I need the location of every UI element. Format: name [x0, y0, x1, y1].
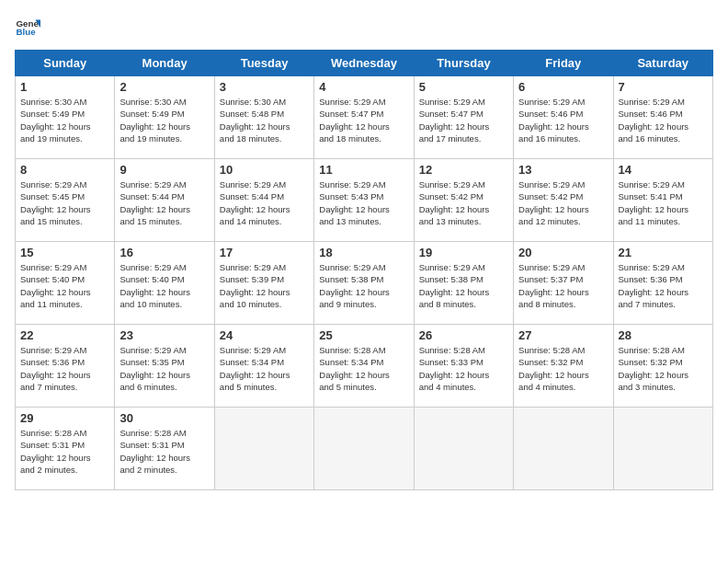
calendar-day-28: 28Sunrise: 5:28 AM Sunset: 5:32 PM Dayli… — [613, 325, 712, 408]
day-detail: Sunrise: 5:29 AM Sunset: 5:37 PM Dayligh… — [518, 261, 608, 310]
calendar-day-1: 1Sunrise: 5:30 AM Sunset: 5:49 PM Daylig… — [16, 76, 115, 159]
calendar-day-27: 27Sunrise: 5:28 AM Sunset: 5:32 PM Dayli… — [514, 325, 613, 408]
day-detail: Sunrise: 5:29 AM Sunset: 5:43 PM Dayligh… — [319, 178, 408, 227]
calendar-day-23: 23Sunrise: 5:29 AM Sunset: 5:35 PM Dayli… — [115, 325, 214, 408]
day-number: 9 — [119, 163, 209, 177]
day-number: 30 — [119, 411, 209, 425]
day-detail: Sunrise: 5:29 AM Sunset: 5:46 PM Dayligh… — [619, 96, 708, 144]
day-number: 20 — [518, 246, 608, 259]
day-number: 16 — [119, 246, 209, 259]
day-number: 5 — [419, 80, 508, 94]
calendar-day-10: 10Sunrise: 5:29 AM Sunset: 5:44 PM Dayli… — [214, 159, 313, 242]
day-number: 12 — [419, 163, 508, 177]
day-number: 27 — [518, 328, 608, 342]
calendar-day-16: 16Sunrise: 5:29 AM Sunset: 5:40 PM Dayli… — [115, 242, 214, 325]
calendar-day-6: 6Sunrise: 5:29 AM Sunset: 5:46 PM Daylig… — [514, 76, 613, 159]
logo-icon: General Blue — [15, 15, 40, 40]
day-detail: Sunrise: 5:29 AM Sunset: 5:36 PM Dayligh… — [619, 261, 708, 310]
day-number: 29 — [20, 411, 109, 425]
day-detail: Sunrise: 5:28 AM Sunset: 5:31 PM Dayligh… — [20, 427, 109, 476]
calendar-day-30: 30Sunrise: 5:28 AM Sunset: 5:31 PM Dayli… — [115, 408, 214, 490]
day-number: 26 — [419, 328, 508, 342]
calendar-day-17: 17Sunrise: 5:29 AM Sunset: 5:39 PM Dayli… — [214, 242, 313, 325]
calendar-day-24: 24Sunrise: 5:29 AM Sunset: 5:34 PM Dayli… — [214, 325, 313, 408]
calendar-day-2: 2Sunrise: 5:30 AM Sunset: 5:49 PM Daylig… — [115, 76, 214, 159]
calendar-day-12: 12Sunrise: 5:29 AM Sunset: 5:42 PM Dayli… — [414, 159, 513, 242]
calendar-day-21: 21Sunrise: 5:29 AM Sunset: 5:36 PM Dayli… — [613, 242, 712, 325]
calendar-week-4: 22Sunrise: 5:29 AM Sunset: 5:36 PM Dayli… — [16, 325, 713, 408]
day-number: 14 — [619, 163, 708, 177]
calendar-day-14: 14Sunrise: 5:29 AM Sunset: 5:41 PM Dayli… — [613, 159, 712, 242]
day-number: 18 — [319, 246, 408, 259]
day-number: 25 — [319, 328, 408, 342]
day-detail: Sunrise: 5:29 AM Sunset: 5:42 PM Dayligh… — [419, 178, 508, 227]
calendar-day-11: 11Sunrise: 5:29 AM Sunset: 5:43 PM Dayli… — [314, 159, 414, 242]
calendar-day-22: 22Sunrise: 5:29 AM Sunset: 5:36 PM Dayli… — [16, 325, 115, 408]
day-detail: Sunrise: 5:29 AM Sunset: 5:44 PM Dayligh… — [119, 178, 209, 227]
calendar-week-1: 1Sunrise: 5:30 AM Sunset: 5:49 PM Daylig… — [16, 76, 713, 159]
calendar-day-25: 25Sunrise: 5:28 AM Sunset: 5:34 PM Dayli… — [314, 325, 414, 408]
calendar-day-8: 8Sunrise: 5:29 AM Sunset: 5:45 PM Daylig… — [16, 159, 115, 242]
weekday-header-thursday: Thursday — [414, 51, 513, 76]
day-detail: Sunrise: 5:30 AM Sunset: 5:49 PM Dayligh… — [20, 96, 109, 144]
day-number: 6 — [518, 80, 608, 94]
calendar-day-19: 19Sunrise: 5:29 AM Sunset: 5:38 PM Dayli… — [414, 242, 513, 325]
header: General Blue — [15, 15, 713, 40]
day-detail: Sunrise: 5:29 AM Sunset: 5:34 PM Dayligh… — [220, 344, 309, 393]
day-number: 2 — [119, 80, 209, 94]
day-number: 1 — [20, 80, 109, 94]
day-number: 13 — [518, 163, 608, 177]
day-number: 8 — [20, 163, 109, 177]
calendar-day-4: 4Sunrise: 5:29 AM Sunset: 5:47 PM Daylig… — [314, 76, 414, 159]
day-detail: Sunrise: 5:29 AM Sunset: 5:40 PM Dayligh… — [119, 261, 209, 310]
calendar-day-3: 3Sunrise: 5:30 AM Sunset: 5:48 PM Daylig… — [214, 76, 313, 159]
day-number: 17 — [220, 246, 309, 259]
weekday-header-friday: Friday — [514, 51, 613, 76]
svg-text:Blue: Blue — [16, 27, 36, 37]
day-number: 11 — [319, 163, 408, 177]
calendar-week-5: 29Sunrise: 5:28 AM Sunset: 5:31 PM Dayli… — [16, 408, 713, 490]
calendar-empty — [214, 408, 313, 490]
day-detail: Sunrise: 5:29 AM Sunset: 5:38 PM Dayligh… — [319, 261, 408, 310]
day-detail: Sunrise: 5:28 AM Sunset: 5:33 PM Dayligh… — [419, 344, 508, 393]
day-detail: Sunrise: 5:29 AM Sunset: 5:35 PM Dayligh… — [119, 344, 209, 393]
calendar-empty — [514, 408, 613, 490]
day-detail: Sunrise: 5:29 AM Sunset: 5:41 PM Dayligh… — [619, 178, 708, 227]
day-detail: Sunrise: 5:29 AM Sunset: 5:39 PM Dayligh… — [220, 261, 309, 310]
day-number: 22 — [20, 328, 109, 342]
weekday-header-saturday: Saturday — [613, 51, 712, 76]
calendar-day-18: 18Sunrise: 5:29 AM Sunset: 5:38 PM Dayli… — [314, 242, 414, 325]
weekday-header-wednesday: Wednesday — [314, 51, 414, 76]
day-detail: Sunrise: 5:30 AM Sunset: 5:48 PM Dayligh… — [220, 96, 309, 144]
day-detail: Sunrise: 5:29 AM Sunset: 5:38 PM Dayligh… — [419, 261, 508, 310]
weekday-header-monday: Monday — [115, 51, 214, 76]
calendar-day-15: 15Sunrise: 5:29 AM Sunset: 5:40 PM Dayli… — [16, 242, 115, 325]
day-number: 3 — [220, 80, 309, 94]
calendar-week-2: 8Sunrise: 5:29 AM Sunset: 5:45 PM Daylig… — [16, 159, 713, 242]
calendar-empty — [314, 408, 414, 490]
day-detail: Sunrise: 5:28 AM Sunset: 5:32 PM Dayligh… — [619, 344, 708, 393]
day-number: 28 — [619, 328, 708, 342]
day-detail: Sunrise: 5:29 AM Sunset: 5:47 PM Dayligh… — [319, 96, 408, 144]
day-number: 7 — [619, 80, 708, 94]
calendar-day-20: 20Sunrise: 5:29 AM Sunset: 5:37 PM Dayli… — [514, 242, 613, 325]
calendar-day-26: 26Sunrise: 5:28 AM Sunset: 5:33 PM Dayli… — [414, 325, 513, 408]
day-number: 23 — [119, 328, 209, 342]
calendar-day-29: 29Sunrise: 5:28 AM Sunset: 5:31 PM Dayli… — [16, 408, 115, 490]
day-number: 21 — [619, 246, 708, 259]
day-detail: Sunrise: 5:28 AM Sunset: 5:31 PM Dayligh… — [119, 427, 209, 476]
calendar-table: SundayMondayTuesdayWednesdayThursdayFrid… — [15, 50, 713, 490]
day-number: 15 — [20, 246, 109, 259]
day-detail: Sunrise: 5:29 AM Sunset: 5:36 PM Dayligh… — [20, 344, 109, 393]
logo: General Blue — [15, 15, 40, 40]
day-number: 24 — [220, 328, 309, 342]
day-number: 4 — [319, 80, 408, 94]
calendar-day-5: 5Sunrise: 5:29 AM Sunset: 5:47 PM Daylig… — [414, 76, 513, 159]
calendar-empty — [414, 408, 513, 490]
calendar-day-7: 7Sunrise: 5:29 AM Sunset: 5:46 PM Daylig… — [613, 76, 712, 159]
day-detail: Sunrise: 5:29 AM Sunset: 5:40 PM Dayligh… — [20, 261, 109, 310]
day-detail: Sunrise: 5:29 AM Sunset: 5:45 PM Dayligh… — [20, 178, 109, 227]
calendar-day-9: 9Sunrise: 5:29 AM Sunset: 5:44 PM Daylig… — [115, 159, 214, 242]
day-detail: Sunrise: 5:29 AM Sunset: 5:42 PM Dayligh… — [518, 178, 608, 227]
calendar-week-3: 15Sunrise: 5:29 AM Sunset: 5:40 PM Dayli… — [16, 242, 713, 325]
